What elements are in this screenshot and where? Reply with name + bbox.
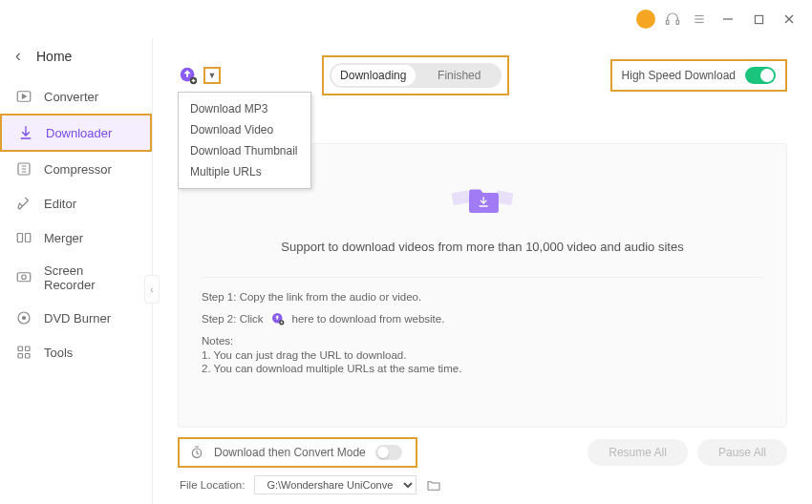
sidebar-item-label: Merger (44, 231, 83, 245)
sidebar-item-screen-recorder[interactable]: Screen Recorder (0, 255, 152, 301)
sidebar-item-label: Editor (44, 197, 76, 211)
sidebar-item-label: DVD Burner (44, 311, 111, 326)
add-dropdown-menu: Download MP3 Download Video Download Thu… (178, 92, 311, 189)
download-icon[interactable] (269, 310, 287, 327)
convert-mode-toggle[interactable] (375, 445, 402, 460)
high-speed-toggle[interactable] (745, 67, 776, 84)
svg-point-17 (23, 317, 26, 320)
step-2-text-b: here to download from website. (292, 313, 445, 325)
svg-rect-12 (17, 234, 22, 242)
folder-illustration-icon (449, 173, 516, 226)
converter-icon (15, 88, 32, 105)
file-location-label: File Location: (180, 479, 245, 491)
svg-rect-18 (18, 346, 23, 351)
sidebar-item-compressor[interactable]: Compressor (0, 152, 152, 186)
step-1-text: Step 1: Copy the link from the audio or … (202, 291, 421, 303)
compressor-icon (15, 160, 32, 178)
merger-icon (15, 229, 32, 246)
svg-point-15 (22, 275, 27, 280)
tools-icon (15, 344, 32, 361)
svg-rect-14 (17, 273, 31, 282)
avatar-icon[interactable] (636, 10, 655, 29)
sidebar-item-tools[interactable]: Tools (0, 335, 152, 369)
convert-mode-label: Download then Convert Mode (214, 446, 366, 459)
clock-icon (189, 445, 204, 460)
file-location-select[interactable]: G:\Wondershare UniConverter (254, 475, 417, 494)
sidebar-item-dvd-burner[interactable]: DVD Burner (0, 301, 152, 335)
downloader-icon (17, 124, 34, 141)
titlebar (0, 0, 812, 38)
content: ▼ Download MP3 Download Video Download T… (153, 38, 812, 504)
pause-all-button[interactable]: Pause All (697, 439, 787, 466)
step-2: Step 2: Click here to download from webs… (202, 310, 763, 327)
sidebar-item-label: Converter (44, 90, 98, 104)
sidebar: ‹ Home Converter Downloader Compressor E… (0, 38, 153, 504)
sidebar-item-label: Downloader (46, 126, 112, 140)
screen-recorder-icon (15, 269, 32, 286)
sidebar-item-merger[interactable]: Merger (0, 220, 152, 255)
home-label[interactable]: Home (36, 49, 72, 64)
maximize-button[interactable] (747, 8, 770, 31)
svg-rect-19 (26, 346, 31, 351)
note-2: 2. You can download multiple URLs at the… (202, 363, 763, 374)
menu-icon[interactable] (690, 10, 709, 29)
minimize-button[interactable] (716, 8, 739, 31)
dropdown-item-video[interactable]: Download Video (179, 119, 310, 140)
sidebar-item-editor[interactable]: Editor (0, 186, 152, 220)
back-icon[interactable]: ‹ (15, 46, 21, 66)
sidebar-item-converter[interactable]: Converter (0, 79, 152, 114)
high-speed-label: High Speed Download (622, 69, 736, 82)
svg-rect-24 (452, 190, 470, 205)
svg-rect-13 (26, 234, 31, 242)
dropdown-item-multiple-urls[interactable]: Multiple URLs (179, 161, 310, 182)
svg-rect-0 (666, 20, 669, 24)
open-folder-icon[interactable] (426, 477, 441, 493)
add-download-icon[interactable] (178, 65, 199, 86)
sidebar-item-label: Screen Recorder (44, 263, 137, 292)
tab-finished[interactable]: Finished (417, 63, 502, 88)
svg-rect-20 (18, 354, 23, 359)
sidebar-item-label: Compressor (44, 162, 112, 177)
editor-icon (15, 195, 32, 212)
sidebar-item-downloader[interactable]: Downloader (0, 114, 152, 152)
note-1: 1. You can just drag the URL to download… (202, 349, 763, 361)
dvd-icon (15, 309, 32, 326)
empty-state-title: Support to download videos from more tha… (281, 240, 683, 254)
dropdown-item-mp3[interactable]: Download MP3 (179, 98, 310, 119)
step-1: Step 1: Copy the link from the audio or … (202, 291, 763, 303)
step-2-text-a: Step 2: Click (202, 313, 264, 325)
status-tabs: Downloading Finished (330, 63, 502, 88)
svg-rect-6 (755, 15, 762, 23)
resume-all-button[interactable]: Resume All (588, 439, 688, 466)
headset-icon[interactable] (663, 10, 682, 29)
close-button[interactable] (778, 8, 801, 31)
sidebar-item-label: Tools (44, 346, 73, 360)
svg-marker-10 (23, 94, 27, 99)
dropdown-item-thumbnail[interactable]: Download Thumbnail (179, 140, 310, 161)
svg-rect-21 (26, 354, 31, 359)
add-dropdown-button[interactable]: ▼ (203, 67, 221, 84)
notes-label: Notes: (202, 335, 763, 346)
svg-rect-1 (676, 20, 679, 24)
tab-downloading[interactable]: Downloading (331, 65, 416, 86)
